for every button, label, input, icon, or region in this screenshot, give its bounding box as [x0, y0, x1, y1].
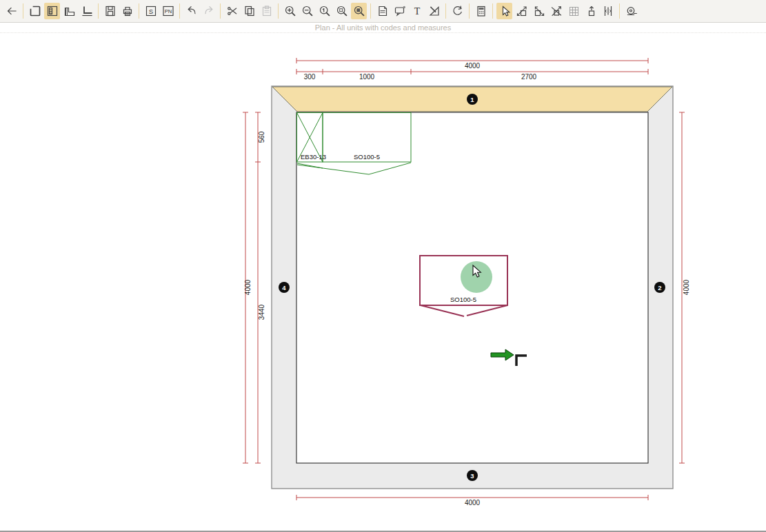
dim-left-total: 4000 — [244, 279, 252, 295]
rotate-unit-right-button[interactable] — [531, 3, 547, 19]
panel-label: PN — [164, 8, 171, 14]
wall-1-number: 1 — [470, 96, 474, 103]
wall-3-badge[interactable]: 3 — [467, 470, 478, 481]
zoom-window-icon — [352, 4, 366, 18]
text-tool-icon: T — [410, 4, 424, 18]
plan-canvas[interactable]: 4000 300 1000 2700 4000 560 3440 4000 40… — [0, 33, 766, 531]
paste-icon — [260, 4, 274, 18]
toolbar-separator — [492, 3, 493, 19]
plan-view-icon — [28, 4, 42, 18]
wall-2-badge[interactable]: 2 — [654, 282, 665, 293]
text-tool-button[interactable]: T — [409, 3, 425, 19]
wall-2-number: 2 — [658, 284, 661, 291]
schematic-button[interactable]: S — [143, 3, 159, 19]
text-tool-label: T — [414, 6, 420, 17]
rotate-view-button[interactable] — [450, 3, 465, 19]
print-button[interactable] — [119, 3, 135, 19]
schematic-icon: S — [144, 4, 158, 18]
main-toolbar: S PN — [0, 0, 766, 23]
rotate-unit-left-button[interactable] — [514, 3, 530, 19]
spacing-icon — [601, 4, 615, 18]
wall-4-number: 4 — [282, 284, 286, 291]
plan-view-button[interactable] — [27, 3, 43, 19]
wall-1-badge[interactable]: 1 — [467, 94, 478, 105]
zoom-in-button[interactable] — [282, 3, 298, 19]
dim-right-total: 4000 — [683, 279, 690, 295]
zoom-out-icon — [301, 4, 314, 18]
arrow-left-icon — [5, 4, 19, 18]
dimension-tool-button[interactable] — [426, 3, 442, 19]
dim-top-seg-2700: 2700 — [521, 73, 537, 81]
wall-3-number: 3 — [470, 472, 474, 480]
zoom-previous-button[interactable] — [316, 3, 332, 19]
redo-button[interactable] — [201, 3, 216, 19]
unit-label-so100-5-selected: SO100-5 — [450, 296, 476, 303]
scissors-icon — [225, 4, 239, 18]
save-icon — [103, 4, 117, 18]
select-pointer-icon — [498, 4, 512, 18]
toolbar-separator — [278, 3, 279, 19]
unit-label-eb30-13: EB30-13 — [301, 153, 326, 161]
back-button[interactable] — [3, 3, 19, 19]
toolbar-separator — [98, 3, 99, 19]
dim-top-seg-1000: 1000 — [359, 73, 375, 81]
zoom-page-button[interactable] — [334, 3, 350, 19]
unit-label-so100-5: SO100-5 — [354, 153, 380, 161]
dim-bottom-total: 4000 — [465, 499, 481, 507]
bench-view-button[interactable] — [79, 3, 94, 19]
redo-icon — [202, 4, 216, 18]
tape-measure-button[interactable] — [623, 3, 639, 19]
comment-button[interactable] — [392, 3, 407, 19]
panel-button[interactable]: PN — [160, 3, 176, 19]
drawing-area[interactable]: 4000 300 1000 2700 4000 560 3440 4000 40… — [0, 33, 766, 531]
dim-left-3440: 3440 — [258, 304, 265, 320]
lift-unit-button[interactable] — [583, 3, 598, 19]
calculator-icon — [474, 4, 488, 18]
note-button[interactable] — [374, 3, 390, 19]
cut-button[interactable] — [224, 3, 240, 19]
touch-indicator — [461, 261, 492, 293]
toolbar-separator — [370, 3, 371, 19]
select-tool-button[interactable] — [496, 3, 512, 19]
wall-4-badge[interactable]: 4 — [279, 282, 290, 293]
grid-icon — [567, 4, 581, 18]
zoom-window-button[interactable] — [351, 3, 367, 19]
save-button[interactable] — [102, 3, 118, 19]
paste-button[interactable] — [259, 3, 274, 19]
undo-button[interactable] — [183, 3, 199, 19]
section-view-icon — [63, 4, 77, 18]
rotate-icon — [451, 4, 465, 18]
dim-top-total: 4000 — [465, 62, 481, 70]
toolbar-separator — [619, 3, 620, 19]
calculator-button[interactable] — [473, 3, 489, 19]
undo-icon — [185, 4, 199, 18]
dim-top-seg-300: 300 — [304, 73, 316, 81]
section-view-button[interactable] — [61, 3, 77, 19]
copy-icon — [243, 4, 256, 18]
rotate-unit-right-icon — [532, 4, 546, 18]
toolbar-separator — [220, 3, 221, 19]
zoom-page-icon — [335, 4, 349, 18]
toolbar-separator — [445, 3, 446, 19]
zoom-out-button[interactable] — [299, 3, 315, 19]
panel-icon: PN — [161, 4, 175, 18]
toolbar-separator — [23, 3, 23, 19]
view-title-bar: Plan - All units with codes and measures — [0, 23, 766, 33]
copy-button[interactable] — [241, 3, 257, 19]
dimension-tool-icon — [427, 4, 441, 18]
view-title: Plan - All units with codes and measures — [315, 23, 452, 32]
dim-left-560: 560 — [258, 131, 265, 143]
elevation-view-icon — [46, 4, 59, 18]
bench-view-icon — [80, 4, 94, 18]
zoom-in-icon — [283, 4, 297, 18]
print-icon — [121, 4, 134, 18]
note-icon — [376, 4, 390, 18]
snap-grid-button[interactable] — [565, 3, 581, 19]
spacing-tool-button[interactable] — [600, 3, 616, 19]
elevation-view-button[interactable] — [44, 3, 60, 19]
move-unit-button[interactable] — [548, 3, 564, 19]
tape-measure-icon — [625, 4, 638, 18]
zoom-previous-icon — [318, 4, 332, 18]
rotate-unit-left-icon — [515, 4, 529, 18]
toolbar-separator — [179, 3, 180, 19]
